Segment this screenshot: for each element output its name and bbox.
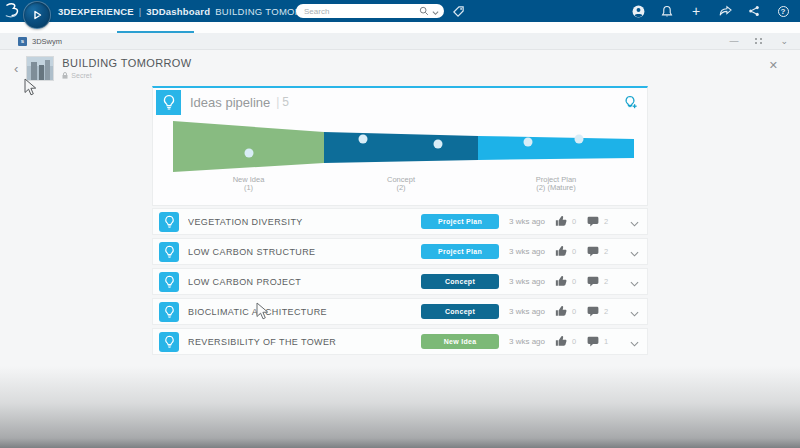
comment-count: 2 xyxy=(604,277,608,286)
idea-age: 3 wks ago xyxy=(499,247,555,256)
comment-control[interactable]: 1 xyxy=(587,333,619,351)
lightbulb-icon xyxy=(159,212,179,232)
idea-row[interactable]: LOW CARBON PROJECTConcept3 wks ago02 xyxy=(152,268,648,295)
ideas-funnel-chart: New Idea(1)Concept(2)Project Plan(2) (Ma… xyxy=(153,117,649,205)
comment-control[interactable]: 2 xyxy=(587,213,619,231)
comment-icon[interactable] xyxy=(587,273,599,291)
thumbs-up-icon[interactable] xyxy=(555,213,567,231)
lightbulb-icon xyxy=(159,332,179,352)
community-thumbnail-image xyxy=(26,56,54,81)
comment-control[interactable]: 2 xyxy=(587,273,619,291)
idea-title[interactable]: BIOCLIMATIC ARCHITECTURE xyxy=(188,307,421,317)
thumbs-up-icon[interactable] xyxy=(555,333,567,351)
like-count: 0 xyxy=(572,217,576,226)
comment-count: 2 xyxy=(604,247,608,256)
comment-icon[interactable] xyxy=(587,243,599,261)
idea-dot[interactable] xyxy=(245,149,254,158)
funnel-stage-count: (1) xyxy=(244,183,254,192)
help-icon[interactable]: ? xyxy=(776,4,790,18)
expand-chevron-icon[interactable] xyxy=(619,243,639,261)
search-options-chevron-icon[interactable] xyxy=(432,2,439,20)
idea-status-badge[interactable]: Project Plan xyxy=(421,214,499,229)
thumbs-up-icon[interactable] xyxy=(555,303,567,321)
add-idea-icon[interactable] xyxy=(624,95,638,113)
back-chevron-icon[interactable]: ‹ xyxy=(14,62,18,75)
community-header: ‹ BUILDING TOMORROW Secret xyxy=(14,56,192,81)
notifications-bell-icon[interactable] xyxy=(660,4,674,18)
idea-title[interactable]: VEGETATION DIVERSITY xyxy=(188,217,421,227)
comment-count: 1 xyxy=(604,337,608,346)
like-control[interactable]: 0 xyxy=(555,243,587,261)
topbar-action-icons: + ? xyxy=(631,0,790,22)
close-icon[interactable]: ✕ xyxy=(769,59,778,72)
search-input[interactable] xyxy=(304,7,419,16)
like-control[interactable]: 0 xyxy=(555,303,587,321)
ideas-count: 5 xyxy=(282,95,289,109)
dashboard-tab-strip xyxy=(0,22,800,33)
add-plus-icon[interactable]: + xyxy=(689,4,703,18)
comment-icon[interactable] xyxy=(587,333,599,351)
comment-control[interactable]: 2 xyxy=(587,243,619,261)
user-avatar-icon[interactable] xyxy=(631,4,645,18)
thumbs-up-icon[interactable] xyxy=(555,243,567,261)
top-navigation-bar: 3DEXPERIENCE | 3DDashboard BUILDING TOMO… xyxy=(0,0,800,22)
expand-chevron-icon[interactable] xyxy=(619,213,639,231)
idea-dot[interactable] xyxy=(575,135,584,144)
app-breadcrumb: 3DEXPERIENCE | 3DDashboard BUILDING TOMO… xyxy=(58,0,337,22)
privacy-label: Secret xyxy=(71,72,91,79)
comment-icon[interactable] xyxy=(587,303,599,321)
idea-row[interactable]: REVERSIBILITY OF THE TOWERNew Idea3 wks … xyxy=(152,328,648,355)
idea-row[interactable]: BIOCLIMATIC ARCHITECTUREConcept3 wks ago… xyxy=(152,298,648,325)
like-control[interactable]: 0 xyxy=(555,213,587,231)
like-control[interactable]: 0 xyxy=(555,333,587,351)
expand-chevron-icon[interactable] xyxy=(619,333,639,351)
idea-row[interactable]: VEGETATION DIVERSITYProject Plan3 wks ag… xyxy=(152,208,648,235)
dassault-3ds-logo-icon xyxy=(4,2,22,23)
expand-chevron-icon[interactable] xyxy=(619,273,639,291)
3dswym-app-icon: s xyxy=(18,37,27,46)
thumbs-up-icon[interactable] xyxy=(555,273,567,291)
tag-icon[interactable] xyxy=(452,4,465,22)
expand-chevron-icon[interactable] xyxy=(619,303,639,321)
like-count: 0 xyxy=(572,277,576,286)
idea-dot[interactable] xyxy=(524,138,533,147)
global-search[interactable] xyxy=(296,4,444,18)
idea-dot[interactable] xyxy=(434,140,443,149)
idea-age: 3 wks ago xyxy=(499,307,555,316)
idea-title[interactable]: LOW CARBON STRUCTURE xyxy=(188,247,421,257)
idea-age: 3 wks ago xyxy=(499,217,555,226)
widget-app-label: 3DSwym xyxy=(32,37,62,46)
funnel-stage-new-idea[interactable] xyxy=(173,121,324,172)
community-content: ‹ BUILDING TOMORROW Secret ✕ Ideas pipel… xyxy=(0,50,800,448)
ideas-list: VEGETATION DIVERSITYProject Plan3 wks ag… xyxy=(152,208,648,358)
lightbulb-icon xyxy=(156,90,181,115)
widget-title-bar: s 3DSwym — ⌄ xyxy=(0,33,800,50)
search-icon[interactable] xyxy=(419,2,429,20)
idea-row[interactable]: LOW CARBON STRUCTUREProject Plan3 wks ag… xyxy=(152,238,648,265)
funnel-stage-concept[interactable] xyxy=(324,132,478,163)
like-control[interactable]: 0 xyxy=(555,273,587,291)
comment-icon[interactable] xyxy=(587,213,599,231)
comment-count: 2 xyxy=(604,307,608,316)
3dexperience-compass-play-icon[interactable] xyxy=(23,1,51,29)
share-forward-icon[interactable] xyxy=(718,4,732,18)
idea-status-badge[interactable]: New Idea xyxy=(421,334,499,349)
widget-chevron-down-icon[interactable]: ⌄ xyxy=(780,37,788,46)
idea-status-badge[interactable]: Project Plan xyxy=(421,244,499,259)
idea-status-badge[interactable]: Concept xyxy=(421,304,499,319)
widget-minimize-button[interactable]: — xyxy=(729,37,738,46)
breadcrumb-divider: | xyxy=(139,6,141,17)
like-count: 0 xyxy=(572,247,576,256)
ideas-pipeline-panel: Ideas pipeline | 5 New Idea(1)Concept(2)… xyxy=(152,86,648,206)
idea-title[interactable]: REVERSIBILITY OF THE TOWER xyxy=(188,337,421,347)
comment-count: 2 xyxy=(604,217,608,226)
idea-dot[interactable] xyxy=(359,135,368,144)
comment-control[interactable]: 2 xyxy=(587,303,619,321)
idea-status-badge[interactable]: Concept xyxy=(421,274,499,289)
brand-name: 3DEXPERIENCE xyxy=(58,6,134,17)
funnel-stage-project-plan[interactable] xyxy=(478,136,634,160)
idea-title[interactable]: LOW CARBON PROJECT xyxy=(188,277,421,287)
share-network-icon[interactable] xyxy=(747,4,761,18)
panel-count-separator: | xyxy=(276,95,279,109)
widget-layout-grid-icon[interactable] xyxy=(755,38,763,44)
